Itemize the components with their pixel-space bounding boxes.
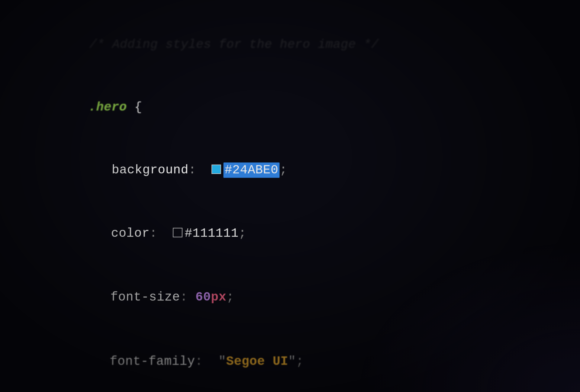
css-property: color	[111, 226, 150, 240]
quote: "	[218, 354, 226, 369]
code-editor[interactable]: /* Adding styles for the hero image */ .…	[0, 14, 580, 392]
colon: :	[180, 290, 188, 305]
color-swatch-icon[interactable]	[173, 228, 182, 237]
brace-open	[127, 100, 135, 114]
hex-value: #111111	[185, 226, 239, 240]
css-property: font-size	[110, 290, 180, 305]
code-line-comment[interactable]: /* Adding styles for the hero image */	[58, 14, 575, 76]
quote: "	[288, 354, 296, 369]
code-line-fontfamily[interactable]: font-family: "Segoe UI";	[54, 329, 580, 392]
css-string: Segoe UI	[226, 354, 288, 369]
semicolon: ;	[296, 354, 304, 369]
css-selector: .hero	[89, 100, 127, 114]
semicolon: ;	[239, 226, 246, 240]
css-property: background	[112, 163, 188, 177]
color-swatch-icon[interactable]	[211, 164, 221, 174]
colon: :	[150, 226, 157, 240]
semicolon: ;	[279, 163, 287, 177]
code-line-fontsize[interactable]: font-size: 60px;	[55, 265, 579, 329]
colon: :	[195, 354, 203, 369]
semicolon: ;	[226, 290, 234, 305]
css-unit: px	[211, 290, 226, 305]
selected-hex-value[interactable]: #24ABE0	[224, 162, 280, 178]
css-comment: /* Adding styles for the hero image */	[89, 38, 379, 52]
colon: :	[188, 163, 196, 177]
code-line-color[interactable]: color: #111111;	[56, 202, 578, 265]
code-line-background[interactable]: background: #24ABE0;	[57, 139, 577, 202]
brace-open: {	[134, 100, 142, 114]
css-property: font-family	[110, 354, 195, 369]
css-number: 60	[195, 290, 211, 305]
code-line-selector-hero[interactable]: .hero {	[58, 76, 576, 139]
